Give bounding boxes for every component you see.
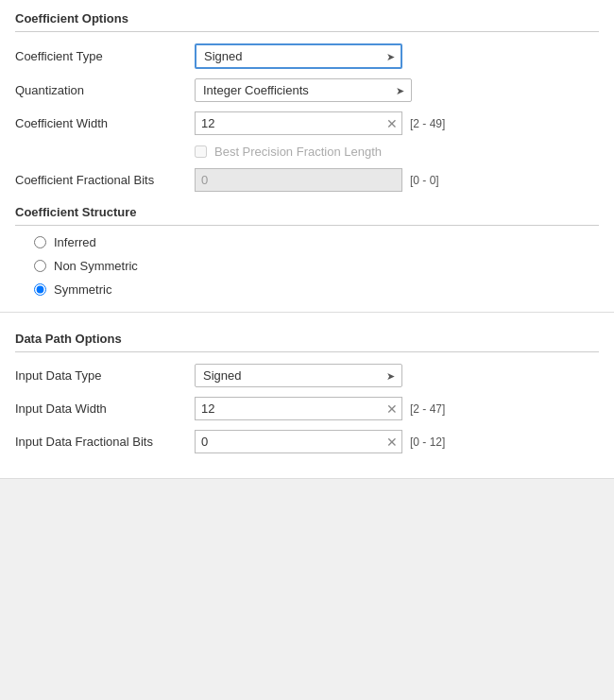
input-data-width-clear-icon[interactable]: ✕ — [383, 400, 401, 418]
input-data-fractional-bits-input-wrapper: ✕ — [195, 430, 402, 453]
input-data-type-label: Input Data Type — [15, 368, 195, 383]
coefficient-width-clear-icon[interactable]: ✕ — [383, 114, 401, 133]
best-precision-row: Best Precision Fraction Length — [195, 145, 599, 159]
input-data-width-input[interactable] — [196, 398, 383, 419]
best-precision-label: Best Precision Fraction Length — [214, 145, 382, 159]
radio-symmetric[interactable] — [34, 283, 46, 296]
coefficient-fractional-bits-row: Coefficient Fractional Bits [0 - 0] — [15, 168, 599, 192]
coefficient-options-title: Coefficient Options — [15, 11, 599, 32]
radio-non-symmetric-label: Non Symmetric — [54, 259, 138, 273]
input-data-fractional-bits-label: Input Data Fractional Bits — [15, 435, 195, 449]
coefficient-fractional-bits-range: [0 - 0] — [410, 174, 439, 187]
coefficient-width-label: Coefficient Width — [15, 116, 195, 130]
quantization-row: Quantization Integer Coefficients Fixed … — [15, 78, 599, 102]
coefficient-width-control: ✕ [2 - 49] — [195, 111, 599, 135]
best-precision-checkbox[interactable] — [195, 145, 207, 158]
quantization-label: Quantization — [15, 83, 195, 97]
input-data-type-select-wrapper: Signed Unsigned ➤ — [195, 364, 402, 387]
input-data-width-label: Input Data Width — [15, 401, 195, 416]
quantization-select[interactable]: Integer Coefficients Fixed Point — [195, 78, 412, 102]
coefficient-fractional-bits-input-wrapper — [195, 168, 402, 192]
coefficient-structure-radio-group: Inferred Non Symmetric Symmetric — [34, 235, 599, 297]
coefficient-options-section: Coefficient Options Coefficient Type Sig… — [0, 0, 614, 313]
coefficient-width-range: [2 - 49] — [410, 117, 445, 130]
radio-non-symmetric-row: Non Symmetric — [34, 259, 599, 273]
quantization-select-wrapper: Integer Coefficients Fixed Point ➤ — [195, 78, 412, 102]
input-data-fractional-bits-range: [0 - 12] — [410, 435, 445, 449]
input-data-fractional-bits-input[interactable] — [196, 431, 383, 452]
coefficient-width-input[interactable] — [196, 112, 383, 134]
coefficient-width-row: Coefficient Width ✕ [2 - 49] — [15, 111, 599, 135]
input-data-width-control: ✕ [2 - 47] — [195, 397, 599, 420]
quantization-control: Integer Coefficients Fixed Point ➤ — [195, 78, 599, 102]
radio-symmetric-label: Symmetric — [54, 282, 111, 297]
coefficient-type-row: Coefficient Type Signed Unsigned ➤ — [15, 43, 599, 69]
radio-inferred-row: Inferred — [34, 235, 599, 249]
input-data-fractional-bits-row: Input Data Fractional Bits ✕ [0 - 12] — [15, 430, 599, 453]
data-path-options-title: Data Path Options — [15, 332, 599, 352]
radio-symmetric-row: Symmetric — [34, 282, 599, 297]
radio-inferred-label: Inferred — [54, 235, 96, 249]
coefficient-type-control: Signed Unsigned ➤ — [195, 43, 599, 69]
input-data-type-control: Signed Unsigned ➤ — [195, 364, 599, 387]
input-data-fractional-bits-clear-icon[interactable]: ✕ — [383, 433, 401, 452]
data-path-options-section: Data Path Options Input Data Type Signed… — [0, 320, 614, 479]
coefficient-structure-title: Coefficient Structure — [15, 205, 599, 226]
coefficient-type-select[interactable]: Signed Unsigned — [195, 43, 402, 69]
radio-non-symmetric[interactable] — [34, 260, 46, 272]
radio-inferred[interactable] — [34, 236, 46, 248]
coefficient-fractional-bits-label: Coefficient Fractional Bits — [15, 173, 195, 187]
coefficient-structure-block: Coefficient Structure Inferred Non Symme… — [15, 205, 599, 297]
input-data-width-range: [2 - 47] — [410, 402, 445, 416]
coefficient-type-label: Coefficient Type — [15, 49, 195, 63]
coefficient-width-input-wrapper: ✕ — [195, 111, 402, 135]
coefficient-type-select-wrapper: Signed Unsigned ➤ — [195, 43, 402, 69]
input-data-width-input-wrapper: ✕ — [195, 397, 402, 420]
input-data-fractional-bits-control: ✕ [0 - 12] — [195, 430, 599, 453]
coefficient-fractional-bits-input — [196, 169, 401, 191]
input-data-type-select[interactable]: Signed Unsigned — [195, 364, 402, 387]
input-data-width-row: Input Data Width ✕ [2 - 47] — [15, 397, 599, 420]
main-panel: Coefficient Options Coefficient Type Sig… — [0, 0, 614, 479]
input-data-type-row: Input Data Type Signed Unsigned ➤ — [15, 364, 599, 387]
coefficient-fractional-bits-control: [0 - 0] — [195, 168, 599, 192]
